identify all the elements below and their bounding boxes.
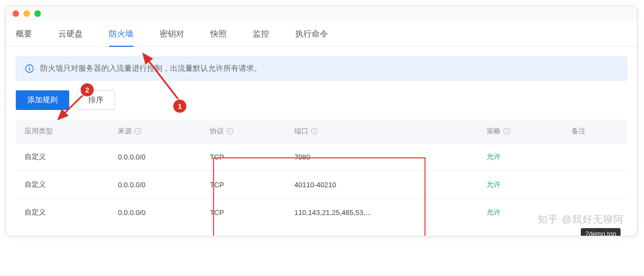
tab-firewall[interactable]: 防火墙: [109, 21, 133, 47]
maximize-window-icon[interactable]: [34, 10, 41, 17]
col-app-type: 应用类型: [16, 120, 109, 143]
info-banner: 防火墙只对服务器的入流量进行控制，出流量默认允许所有请求。: [16, 57, 627, 81]
tab-keypair[interactable]: 密钥对: [160, 21, 184, 46]
cell-app-type: 自定义: [16, 199, 109, 226]
info-circle-icon[interactable]: [134, 127, 142, 135]
tab-snapshot[interactable]: 快照: [210, 21, 227, 46]
add-rule-button[interactable]: 添加规则: [16, 90, 69, 110]
cell-policy: 允许: [478, 171, 562, 199]
col-policy: 策略: [478, 120, 562, 143]
cell-protocol: TCP: [201, 199, 285, 226]
tab-overview[interactable]: 概要: [16, 21, 32, 46]
svg-rect-14: [507, 131, 507, 133]
cell-source: 0.0.0.0/0: [109, 143, 201, 171]
cell-remark: [563, 199, 627, 226]
main-tabs: 概要 云硬盘 防火墙 密钥对 快照 监控 执行命令: [6, 21, 637, 47]
svg-rect-2: [29, 68, 30, 71]
col-protocol: 协议: [201, 120, 285, 143]
cell-policy: 允许: [478, 199, 562, 226]
app-window: 概要 云硬盘 防火墙 密钥对 快照 监控 执行命令 防火墙只对服务器的入流量进行…: [5, 5, 637, 236]
info-circle-icon[interactable]: [311, 127, 318, 135]
content-area: 防火墙只对服务器的入流量进行控制，出流量默认允许所有请求。 添加规则 排序 应用…: [6, 47, 637, 236]
tab-cbs[interactable]: 云硬盘: [58, 21, 83, 46]
sort-button[interactable]: 排序: [77, 90, 115, 110]
cell-protocol: TCP: [201, 171, 285, 199]
cell-app-type: 自定义: [16, 171, 109, 199]
info-circle-icon[interactable]: [226, 127, 234, 135]
table-row: 自定义 0.0.0.0/0 TCP 110,143,21,25,465,53,.…: [16, 199, 627, 226]
col-port: 端口: [285, 120, 478, 143]
cell-source: 0.0.0.0/0: [109, 199, 201, 226]
col-remark: 备注: [563, 120, 627, 143]
cell-remark: [563, 171, 627, 199]
action-row: 添加规则 排序: [16, 90, 627, 110]
svg-point-7: [229, 130, 230, 130]
cell-port: 7080: [285, 143, 478, 171]
info-icon: [25, 64, 34, 73]
info-banner-text: 防火墙只对服务器的入流量进行控制，出流量默认允许所有请求。: [40, 64, 262, 73]
svg-point-10: [314, 130, 315, 130]
close-window-icon[interactable]: [13, 10, 19, 17]
minimize-window-icon[interactable]: [23, 10, 30, 17]
col-source: 来源: [109, 120, 201, 143]
table-header-row: 应用类型 来源 协议 端口 策略 备注: [16, 120, 627, 143]
svg-point-1: [29, 66, 30, 68]
cell-policy: 允许: [478, 143, 562, 171]
cell-port: 40110-40210: [285, 171, 478, 199]
cell-source: 0.0.0.0/0: [109, 171, 201, 199]
table-row: 自定义 0.0.0.0/0 TCP 40110-40210 允许: [16, 171, 627, 199]
tab-monitor[interactable]: 监控: [253, 21, 269, 46]
svg-point-4: [138, 130, 138, 130]
cell-app-type: 自定义: [16, 143, 109, 171]
table-row: 自定义 0.0.0.0/0 TCP 7080 允许: [16, 143, 627, 171]
tooltip-label: 2demo.top: [581, 228, 621, 236]
tab-exec[interactable]: 执行命令: [295, 21, 328, 46]
cell-protocol: TCP: [201, 143, 285, 171]
svg-rect-8: [230, 131, 230, 133]
svg-point-13: [507, 130, 507, 130]
cell-port: 110,143,21,25,465,53,...: [285, 199, 478, 226]
info-circle-icon[interactable]: [503, 127, 511, 135]
svg-rect-11: [314, 131, 315, 133]
window-titlebar: [6, 6, 637, 21]
firewall-rules-table: 应用类型 来源 协议 端口 策略 备注 自定义 0.0.0.0/0 TCP 70…: [16, 120, 627, 226]
svg-rect-5: [138, 131, 138, 133]
cell-remark: [563, 143, 627, 171]
